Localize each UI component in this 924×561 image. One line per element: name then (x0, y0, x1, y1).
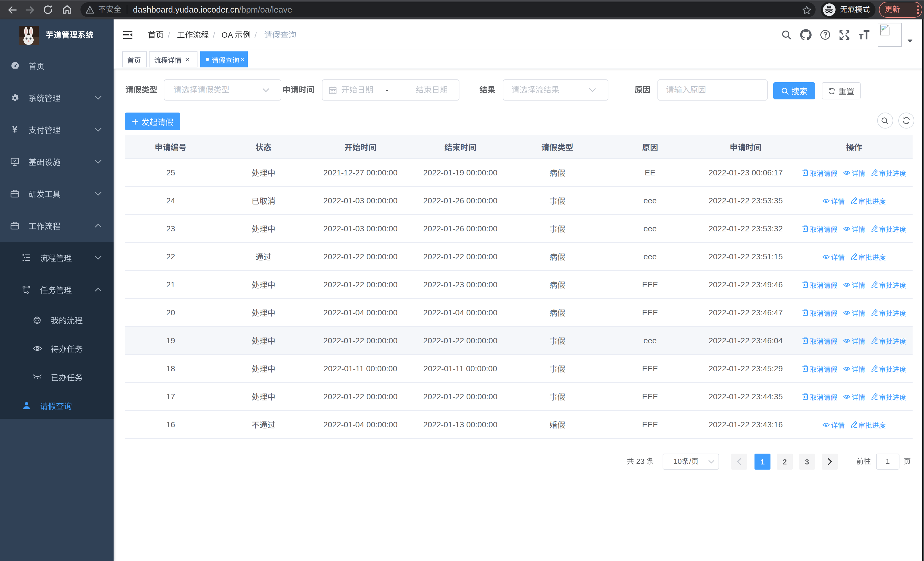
svg-text:¥: ¥ (12, 125, 17, 134)
